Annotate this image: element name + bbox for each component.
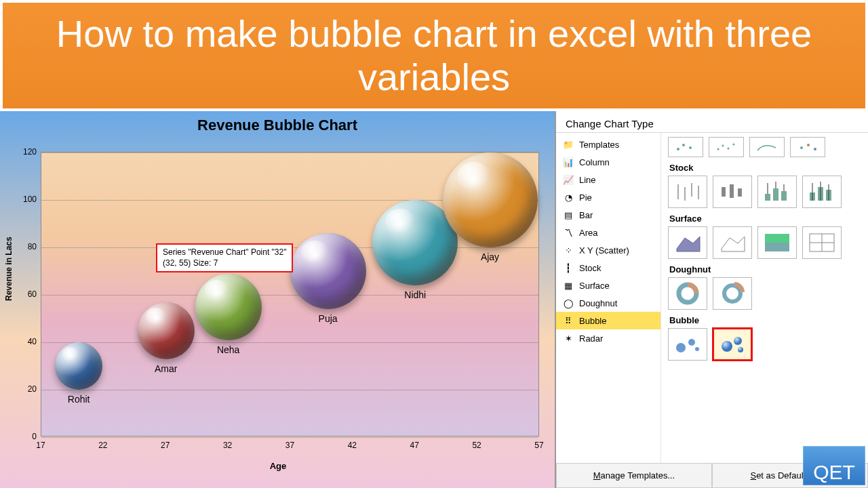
doughnut-chart-icon[interactable] <box>713 277 752 310</box>
y-tick: 40 <box>20 337 37 346</box>
chart-type-list: 📁Templates📊Column📈Line◔Pie▤Bar〽Area⁘X Y … <box>556 133 661 463</box>
type-item-bubble[interactable]: ⠿Bubble <box>556 312 660 329</box>
svg-point-6 <box>733 144 735 146</box>
svg-marker-29 <box>677 237 700 251</box>
type-icon: 〽 <box>563 227 574 238</box>
surface-chart-icon[interactable] <box>757 226 797 259</box>
svg-point-43 <box>738 347 743 352</box>
type-item-area[interactable]: 〽Area <box>556 224 660 241</box>
svg-point-0 <box>677 148 679 150</box>
svg-point-5 <box>728 148 730 150</box>
gallery-row-top <box>668 137 861 157</box>
manage-templates-button[interactable]: Manage Templates... <box>556 464 712 488</box>
svg-rect-15 <box>730 184 734 198</box>
scatter-variant-icon[interactable] <box>749 137 785 157</box>
svg-rect-14 <box>722 187 726 197</box>
bubble-label: Neha <box>217 344 239 355</box>
y-tick: 100 <box>20 195 37 204</box>
svg-point-1 <box>682 144 685 146</box>
surface-chart-icon[interactable] <box>668 226 707 259</box>
x-tick: 32 <box>223 441 232 450</box>
type-item-surface[interactable]: ▦Surface <box>556 277 660 294</box>
x-tick: 27 <box>161 441 170 450</box>
type-item-column[interactable]: 📊Column <box>556 153 660 171</box>
type-item-templates[interactable]: 📁Templates <box>556 136 660 153</box>
type-item-stock[interactable]: ┇Stock <box>556 259 660 277</box>
svg-rect-18 <box>773 188 778 201</box>
surface-chart-icon[interactable] <box>713 226 752 259</box>
y-tick: 120 <box>20 147 37 157</box>
x-tick: 22 <box>98 441 107 450</box>
bubble-chart-flat-icon[interactable] <box>668 328 707 361</box>
svg-rect-32 <box>765 234 789 243</box>
svg-point-42 <box>734 337 742 345</box>
stock-chart-icon[interactable] <box>713 176 752 208</box>
section-stock: Stock <box>669 163 861 173</box>
svg-point-41 <box>722 341 732 352</box>
tooltip-line-2: (32, 55) Size: 7 <box>163 258 286 269</box>
y-tick: 0 <box>20 432 37 441</box>
svg-point-3 <box>717 148 719 150</box>
x-tick: 47 <box>410 441 419 450</box>
type-icon: 📁 <box>563 139 574 150</box>
x-tick: 17 <box>36 441 45 450</box>
watermark: QET <box>803 446 865 485</box>
svg-point-38 <box>676 343 686 352</box>
type-icon: ✶ <box>563 333 574 344</box>
type-icon: ┇ <box>563 262 574 273</box>
stock-chart-icon[interactable] <box>802 176 842 208</box>
bubble-neha[interactable] <box>195 274 262 340</box>
bubble-label: Puja <box>319 313 338 324</box>
svg-rect-16 <box>738 188 742 197</box>
tooltip-line-1: Series "Revenue Chart" Point "32" <box>163 247 286 258</box>
y-tick: 80 <box>20 242 37 251</box>
bubble-label: Nidhi <box>404 289 426 300</box>
section-bubble: Bubble <box>669 315 861 325</box>
type-item-pie[interactable]: ◔Pie <box>556 188 660 206</box>
doughnut-chart-icon[interactable] <box>668 277 707 310</box>
x-axis-title: Age <box>0 461 556 471</box>
stock-chart-icon[interactable] <box>757 176 797 208</box>
type-icon: ◔ <box>563 192 574 203</box>
x-tick: 42 <box>348 441 357 450</box>
bubble-puja[interactable] <box>290 233 366 309</box>
chart-area: Revenue Bubble Chart RohitAmarNehaPujaNi… <box>0 111 556 488</box>
type-item-x-y-scatter-[interactable]: ⁘X Y (Scatter) <box>556 241 660 259</box>
chart-gallery: Stock Surface Doughnut <box>661 133 868 463</box>
bubble-label: Rohit <box>68 394 90 405</box>
bubble-ajay[interactable] <box>443 152 538 247</box>
bubble-label: Ajay <box>481 251 499 262</box>
section-surface: Surface <box>669 214 861 224</box>
y-tick: 60 <box>20 289 37 299</box>
banner-title: How to make bubble chart in excel with t… <box>3 12 865 100</box>
bubble-rohit[interactable] <box>55 342 102 390</box>
stock-chart-icon[interactable] <box>668 176 707 208</box>
scatter-variant-icon[interactable] <box>790 137 825 157</box>
x-tick: 37 <box>285 441 294 450</box>
scatter-variant-icon[interactable] <box>709 137 744 157</box>
surface-chart-icon[interactable] <box>802 226 842 259</box>
svg-rect-19 <box>781 191 787 201</box>
svg-point-7 <box>800 146 803 149</box>
panel-title: Change Chart Type <box>556 111 868 132</box>
x-tick: 52 <box>472 441 481 450</box>
section-doughnut: Doughnut <box>669 264 861 274</box>
x-tick: 57 <box>534 441 543 450</box>
svg-point-39 <box>688 339 695 346</box>
type-icon: ⠿ <box>563 315 574 326</box>
bubble-chart-3d-icon[interactable] <box>713 328 752 361</box>
bubble-label: Amar <box>155 363 177 374</box>
plot-area[interactable]: RohitAmarNehaPujaNidhiAjay <box>41 152 539 436</box>
svg-point-2 <box>689 146 692 149</box>
svg-point-9 <box>814 148 816 150</box>
type-item-doughnut[interactable]: ◯Doughnut <box>556 294 660 312</box>
y-tick: 20 <box>20 384 37 394</box>
bubble-amar[interactable] <box>138 302 195 359</box>
type-item-radar[interactable]: ✶Radar <box>556 329 660 347</box>
y-axis-title: Revenue in Lacs <box>4 237 14 301</box>
type-item-bar[interactable]: ▤Bar <box>556 206 660 224</box>
type-icon: 📊 <box>563 157 574 167</box>
scatter-variant-icon[interactable] <box>668 137 703 157</box>
type-item-line[interactable]: 📈Line <box>556 171 660 188</box>
type-icon: 📈 <box>563 174 574 185</box>
